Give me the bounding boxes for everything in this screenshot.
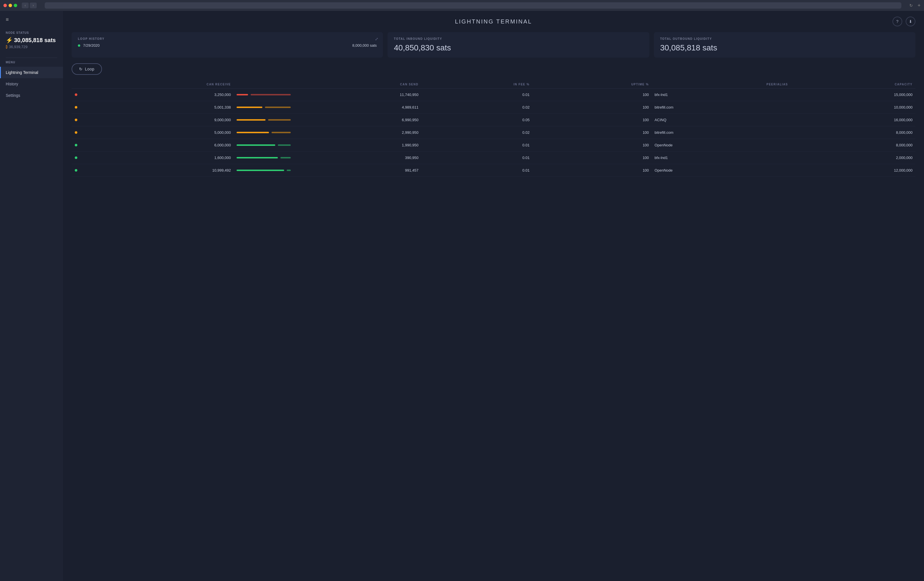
loop-history-card: LOOP HISTORY 7/29/2020 8,000,000 sats ⤢	[72, 32, 383, 58]
page-header: LIGHTNING TERMINAL ? ⬇	[63, 11, 924, 32]
bar-cell	[234, 126, 297, 139]
can-send-cell: 1,990,950	[297, 139, 421, 152]
bar-cell	[234, 101, 297, 114]
can-receive-cell: 5,001,338	[80, 101, 234, 114]
can-send-cell: 2,990,950	[297, 126, 421, 139]
table-row[interactable]: 6,000,000 1,990,950 0.01 100 OpenNode 8,…	[72, 139, 916, 152]
window-controls	[3, 4, 17, 7]
in-fee-cell: 0.01	[421, 152, 533, 164]
can-send-cell: 11,740,950	[297, 89, 421, 101]
sidebar-item-lightning-terminal[interactable]: Lightning Terminal	[0, 67, 63, 78]
bar-right	[280, 157, 291, 158]
loop-history-label: LOOP HISTORY	[78, 37, 377, 40]
peer-cell: ACINQ	[652, 114, 791, 126]
loop-button-row: ↻ Loop	[63, 63, 924, 81]
bar-container	[237, 94, 294, 96]
status-dot	[75, 157, 78, 159]
inbound-value: 40,850,830 sats	[394, 43, 643, 53]
bitcoin-icon: ₿	[6, 45, 8, 49]
hamburger-menu[interactable]: ≡	[0, 17, 63, 28]
inbound-label: TOTAL INBOUND LIQUIDITY	[394, 37, 643, 40]
table-header: CAN RECEIVE CAN SEND IN FEE % UPTIME % P…	[72, 81, 916, 89]
new-tab-button[interactable]: +	[917, 3, 921, 8]
table-row[interactable]: 1,600,000 390,950 0.01 100 bfx-lnd1 2,00…	[72, 152, 916, 164]
outbound-liquidity-card: TOTAL OUTBOUND LIQUIDITY 30,085,818 sats	[654, 32, 916, 58]
can-send-cell: 4,989,611	[297, 101, 421, 114]
bar-cell	[234, 152, 297, 164]
in-fee-cell: 0.02	[421, 126, 533, 139]
status-dot	[75, 119, 78, 121]
menu-item-label: Lightning Terminal	[6, 70, 38, 75]
table-row[interactable]: 5,001,338 4,989,611 0.02 100 bitrefill.c…	[72, 101, 916, 114]
uptime-cell: 100	[533, 164, 652, 177]
bar-left	[237, 119, 266, 120]
titlebar: ‹ › ↻ +	[0, 0, 924, 11]
download-button[interactable]: ⬇	[906, 17, 916, 26]
capacity-cell: 2,000,000	[791, 152, 916, 164]
reload-icon: ↻	[909, 3, 913, 8]
lightning-balance: ⚡ 30,085,818 sats	[6, 37, 57, 43]
sidebar-item-settings[interactable]: Settings	[0, 90, 63, 101]
close-button[interactable]	[3, 4, 7, 7]
sidebar: ≡ NODE STATUS ⚡ 30,085,818 sats ₿ 36,939…	[0, 11, 63, 581]
minimize-button[interactable]	[8, 4, 12, 7]
can-receive-cell: 5,000,000	[80, 126, 234, 139]
status-dot	[75, 169, 78, 172]
loop-button-icon: ↻	[79, 67, 83, 71]
outbound-label: TOTAL OUTBOUND LIQUIDITY	[660, 37, 909, 40]
bar-container	[237, 107, 294, 108]
outbound-value: 30,085,818 sats	[660, 43, 909, 53]
channel-status-cell	[72, 114, 80, 126]
bar-cell	[234, 164, 297, 177]
loop-button[interactable]: ↻ Loop	[72, 63, 102, 75]
bar-left	[237, 157, 278, 158]
channel-status-cell	[72, 101, 80, 114]
bar-cell	[234, 114, 297, 126]
capacity-cell: 8,000,000	[791, 139, 916, 152]
table-row[interactable]: 3,250,000 11,740,950 0.01 100 bfx-lnd1 1…	[72, 89, 916, 101]
channels-tbody: 3,250,000 11,740,950 0.01 100 bfx-lnd1 1…	[72, 89, 916, 177]
bar-container	[237, 157, 294, 159]
bar-right	[268, 119, 291, 120]
table-row[interactable]: 10,999,492 991,457 0.01 100 OpenNode 12,…	[72, 164, 916, 177]
expand-icon[interactable]: ⤢	[375, 37, 378, 41]
channel-status-cell	[72, 139, 80, 152]
url-bar[interactable]	[45, 2, 901, 8]
bar-right	[287, 170, 291, 171]
uptime-cell: 100	[533, 114, 652, 126]
download-icon: ⬇	[909, 19, 912, 24]
forward-button[interactable]: ›	[30, 3, 37, 8]
can-send-cell: 991,457	[297, 164, 421, 177]
col-can-receive: CAN RECEIVE	[80, 81, 234, 89]
can-receive-cell: 10,999,492	[80, 164, 234, 177]
col-bar	[234, 81, 297, 89]
col-peer: PEER/ALIAS	[652, 81, 791, 89]
table-row[interactable]: 5,000,000 2,990,950 0.02 100 bitrefill.c…	[72, 126, 916, 139]
bar-right	[251, 94, 291, 96]
loop-date: 7/29/2020	[83, 43, 100, 48]
stats-row: LOOP HISTORY 7/29/2020 8,000,000 sats ⤢ …	[63, 32, 924, 63]
sidebar-item-history[interactable]: History	[0, 78, 63, 90]
sidebar-divider	[6, 58, 57, 58]
uptime-cell: 100	[533, 101, 652, 114]
channel-status-cell	[72, 89, 80, 101]
help-button[interactable]: ?	[893, 17, 902, 26]
uptime-cell: 100	[533, 152, 652, 164]
bar-left	[237, 107, 262, 108]
in-fee-cell: 0.01	[421, 139, 533, 152]
bar-left	[237, 144, 275, 146]
bar-left	[237, 132, 269, 133]
table-row[interactable]: 9,000,000 6,990,950 0.05 100 ACINQ 16,00…	[72, 114, 916, 126]
bar-cell	[234, 139, 297, 152]
col-status	[72, 81, 80, 89]
bar-cell	[234, 89, 297, 101]
maximize-button[interactable]	[14, 4, 17, 7]
lightning-balance-value: 30,085,818 sats	[14, 37, 56, 43]
bitcoin-balance: ₿ 36,939,729	[6, 45, 57, 49]
inbound-liquidity-card: TOTAL INBOUND LIQUIDITY 40,850,830 sats	[388, 32, 649, 58]
in-fee-cell: 0.01	[421, 164, 533, 177]
bar-right	[278, 144, 291, 146]
can-receive-cell: 6,000,000	[80, 139, 234, 152]
uptime-cell: 100	[533, 89, 652, 101]
back-button[interactable]: ‹	[22, 3, 29, 8]
